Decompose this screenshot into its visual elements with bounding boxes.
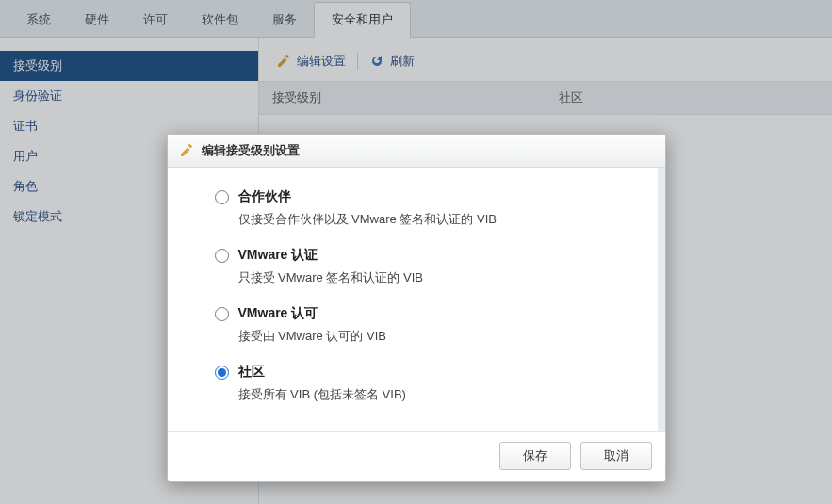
option-vmware-accepted: VMware 认可 接受由 VMware 认可的 VIB [215,305,641,345]
dialog-body: 合作伙伴 仅接受合作伙伴以及 VMware 签名和认证的 VIB VMware … [168,168,665,431]
option-vmware-certified: VMware 认证 只接受 VMware 签名和认证的 VIB [215,247,641,286]
option-vmware-certified-title: VMware 认证 [238,247,318,264]
option-community-desc: 接受所有 VIB (包括未签名 VIB) [238,386,641,403]
radio-partner[interactable]: 合作伙伴 [215,188,641,205]
cancel-button[interactable]: 取消 [580,442,652,470]
option-partner-desc: 仅接受合作伙伴以及 VMware 签名和认证的 VIB [238,211,641,228]
option-partner-title: 合作伙伴 [238,188,291,205]
radio-vmware-accepted-input[interactable] [215,307,229,321]
dialog-title-bar: 编辑接受级别设置 [168,135,665,168]
option-partner: 合作伙伴 仅接受合作伙伴以及 VMware 签名和认证的 VIB [215,188,641,228]
radio-vmware-certified-input[interactable] [215,249,229,263]
option-vmware-certified-desc: 只接受 VMware 签名和认证的 VIB [238,269,641,286]
radio-community[interactable]: 社区 [215,364,641,381]
radio-community-input[interactable] [215,366,229,380]
modal-overlay: 编辑接受级别设置 合作伙伴 仅接受合作伙伴以及 VMware 签名和认证的 VI… [0,0,832,504]
save-button[interactable]: 保存 [499,442,571,470]
radio-vmware-certified[interactable]: VMware 认证 [215,247,641,264]
edit-acceptance-dialog: 编辑接受级别设置 合作伙伴 仅接受合作伙伴以及 VMware 签名和认证的 VI… [167,134,666,482]
radio-partner-input[interactable] [215,190,229,204]
radio-vmware-accepted[interactable]: VMware 认可 [215,305,641,322]
dialog-footer: 保存 取消 [168,431,665,481]
option-community-title: 社区 [238,364,265,381]
dialog-title-text: 编辑接受级别设置 [202,142,300,159]
option-vmware-accepted-title: VMware 认可 [238,305,318,322]
option-community: 社区 接受所有 VIB (包括未签名 VIB) [215,364,641,403]
option-vmware-accepted-desc: 接受由 VMware 认可的 VIB [238,328,641,345]
pencil-icon [179,143,194,158]
